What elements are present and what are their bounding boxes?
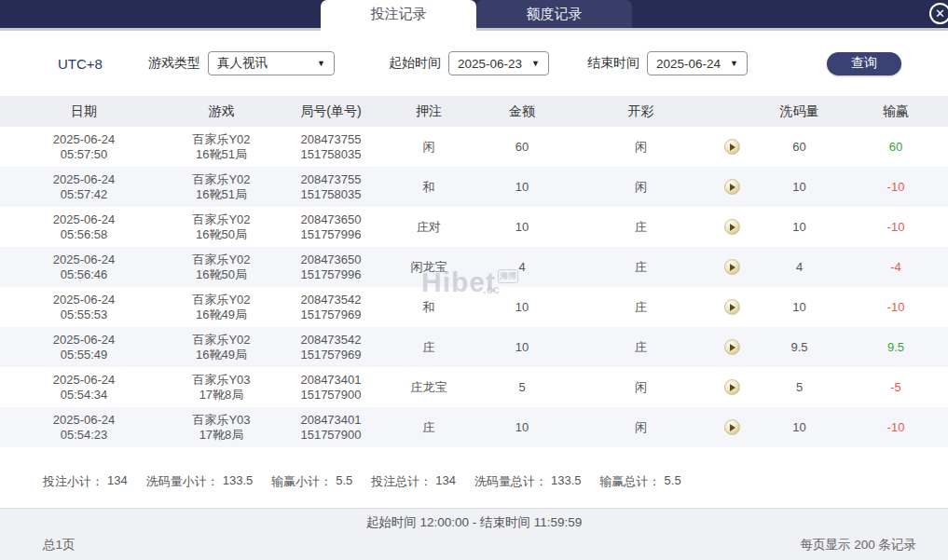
- cell-date: 2025-06-2405:55:49: [0, 327, 168, 367]
- header-winloss: 输赢: [844, 96, 948, 127]
- play-icon[interactable]: [724, 419, 740, 435]
- summary-winloss-subtotal: 输赢小计：5.5: [271, 473, 352, 490]
- tab-bar: 投注记录 额度记录: [321, 0, 632, 32]
- cell-play: [708, 167, 755, 207]
- header-bet: 押注: [387, 96, 471, 127]
- cell-winloss: 60: [844, 127, 948, 167]
- play-icon[interactable]: [724, 379, 740, 395]
- cell-result: 闲: [573, 127, 708, 167]
- cell-bet: 和: [387, 287, 471, 327]
- start-time-select[interactable]: 2025-06-23 ▼: [448, 51, 549, 75]
- table-row: 2025-06-2405:54:34 百家乐Y0317靴8局 208473401…: [0, 367, 948, 407]
- play-icon[interactable]: [724, 259, 740, 275]
- chevron-down-icon: ▼: [317, 59, 325, 68]
- cell-game: 百家乐Y0317靴8局: [168, 407, 275, 447]
- play-triangle-icon: [730, 304, 735, 311]
- tab-quota-records[interactable]: 额度记录: [476, 0, 632, 28]
- filter-bar: UTC+8 游戏类型 真人视讯 ▼ 起始时间 2025-06-23 ▼ 结束时间…: [0, 31, 948, 96]
- summary-bar: 投注小计：134 洗码量小计：133.5 输赢小计：5.5 投注总计：134 洗…: [0, 447, 948, 490]
- cell-game: 百家乐Y0216靴51局: [168, 167, 275, 207]
- header-rolling: 洗码量: [755, 96, 844, 127]
- play-triangle-icon: [730, 384, 735, 391]
- play-triangle-icon: [730, 184, 735, 191]
- table-row: 2025-06-2405:56:58 百家乐Y0216靴50局 20847365…: [0, 207, 948, 247]
- play-triangle-icon: [730, 424, 735, 431]
- play-triangle-icon: [730, 344, 735, 351]
- cell-winloss: 9.5: [844, 327, 948, 367]
- header-round-number: 局号(单号): [275, 96, 387, 127]
- table-row: 2025-06-2405:54:23 百家乐Y0317靴8局 208473401…: [0, 407, 948, 447]
- summary-winloss-total: 输赢总计：5.5: [600, 473, 681, 490]
- table-row: 2025-06-2405:56:46 百家乐Y0216靴50局 20847365…: [0, 247, 948, 287]
- chevron-down-icon: ▼: [531, 59, 540, 68]
- game-type-label: 游戏类型: [148, 55, 200, 72]
- cell-game: 百家乐Y0216靴50局: [168, 247, 275, 287]
- summary-bet-total: 投注总计：134: [371, 473, 456, 490]
- game-type-value: 真人视讯: [217, 55, 268, 72]
- cell-result: 闲: [573, 167, 708, 207]
- cell-date: 2025-06-2405:56:58: [0, 207, 168, 247]
- cell-amount: 10: [471, 327, 573, 367]
- play-icon[interactable]: [724, 179, 740, 195]
- cell-winloss: -10: [844, 167, 948, 207]
- end-time-value: 2025-06-24: [656, 57, 721, 71]
- cell-round-number: 208473755151758035: [275, 167, 387, 207]
- page-count: 总1页: [43, 537, 76, 553]
- table-row: 2025-06-2405:57:50 百家乐Y0216靴51局 20847375…: [0, 127, 948, 167]
- cell-result: 闲: [573, 367, 708, 407]
- chevron-down-icon: ▼: [730, 59, 738, 68]
- play-icon[interactable]: [724, 339, 740, 355]
- footer-bar: 起始时间 12:00:00 - 结束时间 11:59:59 总1页 每页显示 2…: [0, 508, 948, 560]
- cell-result: 庄: [573, 287, 708, 327]
- cell-play: [708, 327, 755, 367]
- table-header: 日期 游戏 局号(单号) 押注 金额 开彩 洗码量 输赢: [0, 96, 948, 127]
- cell-rolling: 60: [755, 127, 844, 167]
- header-result: 开彩: [573, 96, 708, 127]
- cell-amount: 10: [471, 167, 573, 207]
- cell-winloss: -4: [844, 247, 948, 287]
- cell-rolling: 10: [755, 167, 844, 207]
- cell-result: 庄: [573, 207, 708, 247]
- cell-round-number: 208473401151757900: [275, 407, 387, 447]
- cell-game: 百家乐Y0216靴49局: [168, 287, 275, 327]
- cell-date: 2025-06-2405:57:42: [0, 167, 168, 207]
- cell-play: [708, 127, 755, 167]
- cell-game: 百家乐Y0216靴51局: [168, 127, 275, 167]
- query-button[interactable]: 查询: [827, 52, 901, 75]
- cell-play: [708, 367, 755, 407]
- cell-bet: 庄: [387, 327, 471, 367]
- close-icon[interactable]: ✕: [929, 3, 948, 24]
- play-icon[interactable]: [724, 299, 740, 315]
- summary-rolling-subtotal: 洗码量小计：133.5: [146, 473, 254, 490]
- cell-result: 闲: [573, 407, 708, 447]
- cell-amount: 10: [471, 407, 573, 447]
- cell-play: [708, 287, 755, 327]
- tab-bet-records[interactable]: 投注记录: [321, 0, 476, 32]
- table-row: 2025-06-2405:55:49 百家乐Y0216靴49局 20847354…: [0, 327, 948, 367]
- game-type-select[interactable]: 真人视讯 ▼: [208, 51, 335, 75]
- cell-amount: 4: [471, 247, 573, 287]
- cell-round-number: 208473542151757969: [275, 327, 387, 367]
- cell-rolling: 10: [755, 207, 844, 247]
- cell-date: 2025-06-2405:54:23: [0, 407, 168, 447]
- cell-rolling: 9.5: [755, 327, 844, 367]
- summary-rolling-total: 洗码量总计：133.5: [474, 473, 582, 490]
- header-play: [708, 96, 755, 127]
- play-triangle-icon: [730, 143, 735, 151]
- header-game: 游戏: [168, 96, 275, 127]
- cell-rolling: 10: [755, 407, 844, 447]
- cell-bet: 庄龙宝: [387, 367, 471, 407]
- play-icon[interactable]: [724, 219, 740, 235]
- table-row: 2025-06-2405:57:42 百家乐Y0216靴51局 20847375…: [0, 167, 948, 207]
- cell-winloss: -5: [844, 367, 948, 407]
- cell-result: 庄: [573, 247, 708, 287]
- cell-round-number: 208473650151757996: [275, 247, 387, 287]
- cell-amount: 10: [471, 207, 573, 247]
- end-time-select[interactable]: 2025-06-24 ▼: [647, 51, 748, 75]
- cell-winloss: -10: [844, 207, 948, 247]
- cell-round-number: 208473755151758035: [275, 127, 387, 167]
- cell-round-number: 208473650151757996: [275, 207, 387, 247]
- play-icon[interactable]: [724, 139, 740, 155]
- cell-play: [708, 207, 755, 247]
- start-time-value: 2025-06-23: [458, 57, 522, 71]
